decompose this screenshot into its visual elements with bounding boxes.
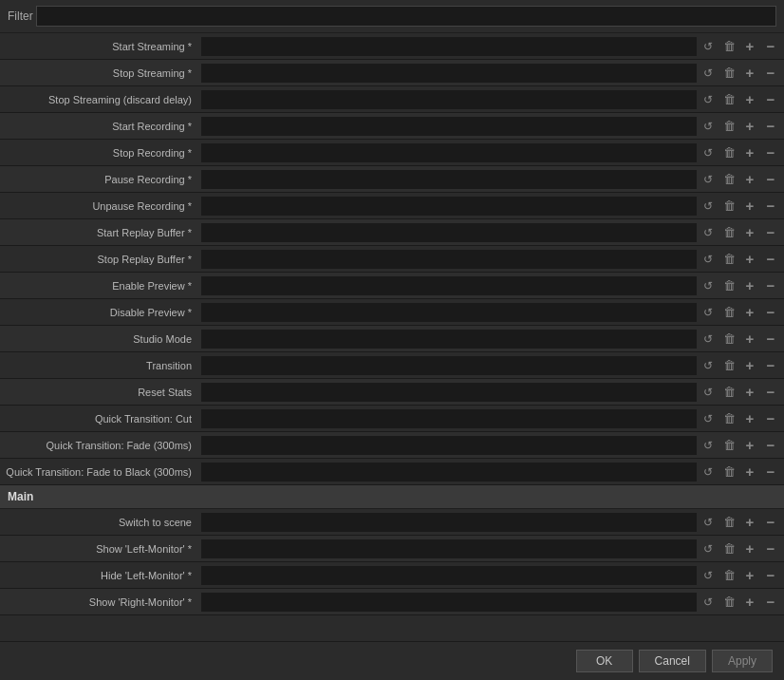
delete-button-disable-preview[interactable]: 🗑	[719, 303, 738, 322]
remove-button-stop-streaming-discard[interactable]: −	[761, 90, 780, 109]
remove-button-show-right-monitor[interactable]: −	[761, 593, 780, 612]
delete-button-unpause-recording[interactable]: 🗑	[719, 197, 738, 216]
remove-button-hide-left-monitor[interactable]: −	[761, 566, 780, 585]
add-button-quick-transition-cut[interactable]: +	[740, 409, 759, 428]
add-button-transition[interactable]: +	[740, 356, 759, 375]
reset-button-studio-mode[interactable]: ↺	[699, 330, 718, 349]
remove-button-switch-to-scene[interactable]: −	[761, 513, 780, 532]
delete-button-quick-transition-cut[interactable]: 🗑	[719, 409, 738, 428]
filter-input[interactable]	[36, 6, 776, 27]
delete-button-stop-recording[interactable]: 🗑	[719, 143, 738, 162]
reset-button-hide-left-monitor[interactable]: ↺	[699, 566, 718, 585]
hotkey-label-start-streaming: Start Streaming *	[0, 41, 199, 52]
remove-button-reset-stats[interactable]: −	[761, 383, 780, 402]
delete-button-stop-streaming-discard[interactable]: 🗑	[719, 90, 738, 109]
add-button-switch-to-scene[interactable]: +	[740, 513, 759, 532]
delete-button-transition[interactable]: 🗑	[719, 356, 738, 375]
delete-button-quick-transition-fade[interactable]: 🗑	[719, 436, 738, 455]
add-button-studio-mode[interactable]: +	[740, 330, 759, 349]
add-button-stop-recording[interactable]: +	[740, 143, 759, 162]
hotkey-label-studio-mode: Studio Mode	[0, 333, 199, 345]
delete-button-studio-mode[interactable]: 🗑	[719, 330, 738, 349]
reset-button-disable-preview[interactable]: ↺	[699, 303, 718, 322]
reset-button-quick-transition-fade-black[interactable]: ↺	[699, 463, 718, 482]
remove-button-start-replay-buffer[interactable]: −	[761, 223, 780, 242]
reset-button-quick-transition-fade[interactable]: ↺	[699, 436, 718, 455]
apply-button[interactable]: Apply	[712, 650, 773, 672]
hotkey-row-show-right-monitor: Show 'Right-Monitor' *↺🗑+−	[0, 589, 784, 615]
remove-button-quick-transition-cut[interactable]: −	[761, 409, 780, 428]
remove-button-quick-transition-fade-black[interactable]: −	[761, 463, 780, 482]
remove-button-transition[interactable]: −	[761, 356, 780, 375]
remove-button-stop-replay-buffer[interactable]: −	[761, 250, 780, 269]
filter-label: Filter	[8, 9, 36, 23]
remove-button-quick-transition-fade[interactable]: −	[761, 436, 780, 455]
hotkey-label-hide-left-monitor: Hide 'Left-Monitor' *	[0, 570, 199, 581]
delete-button-start-replay-buffer[interactable]: 🗑	[719, 223, 738, 242]
remove-button-stop-recording[interactable]: −	[761, 143, 780, 162]
delete-button-pause-recording[interactable]: 🗑	[719, 170, 738, 189]
add-button-quick-transition-fade[interactable]: +	[740, 436, 759, 455]
reset-button-start-replay-buffer[interactable]: ↺	[699, 223, 718, 242]
reset-button-start-recording[interactable]: ↺	[699, 117, 718, 136]
delete-button-start-streaming[interactable]: 🗑	[719, 37, 738, 56]
add-button-show-right-monitor[interactable]: +	[740, 593, 759, 612]
remove-button-stop-streaming[interactable]: −	[761, 64, 780, 83]
hotkey-actions-start-recording: ↺🗑+−	[699, 117, 784, 136]
reset-button-reset-stats[interactable]: ↺	[699, 383, 718, 402]
hotkey-actions-disable-preview: ↺🗑+−	[699, 303, 784, 322]
reset-button-enable-preview[interactable]: ↺	[699, 276, 718, 295]
reset-button-stop-streaming-discard[interactable]: ↺	[699, 90, 718, 109]
remove-button-unpause-recording[interactable]: −	[761, 197, 780, 216]
delete-button-quick-transition-fade-black[interactable]: 🗑	[719, 463, 738, 482]
remove-button-start-streaming[interactable]: −	[761, 37, 780, 56]
delete-button-stop-replay-buffer[interactable]: 🗑	[719, 250, 738, 269]
hotkey-label-start-replay-buffer: Start Replay Buffer *	[0, 227, 199, 238]
reset-button-show-right-monitor[interactable]: ↺	[699, 593, 718, 612]
add-button-stop-streaming[interactable]: +	[740, 64, 759, 83]
remove-button-start-recording[interactable]: −	[761, 117, 780, 136]
add-button-show-left-monitor[interactable]: +	[740, 539, 759, 558]
reset-button-stop-recording[interactable]: ↺	[699, 143, 718, 162]
hotkey-actions-stop-replay-buffer: ↺🗑+−	[699, 250, 784, 269]
delete-button-hide-left-monitor[interactable]: 🗑	[719, 566, 738, 585]
add-button-disable-preview[interactable]: +	[740, 303, 759, 322]
add-button-stop-streaming-discard[interactable]: +	[740, 90, 759, 109]
hotkey-actions-transition: ↺🗑+−	[699, 356, 784, 375]
reset-button-unpause-recording[interactable]: ↺	[699, 197, 718, 216]
add-button-reset-stats[interactable]: +	[740, 383, 759, 402]
add-button-stop-replay-buffer[interactable]: +	[740, 250, 759, 269]
add-button-start-replay-buffer[interactable]: +	[740, 223, 759, 242]
remove-button-show-left-monitor[interactable]: −	[761, 539, 780, 558]
delete-button-stop-streaming[interactable]: 🗑	[719, 64, 738, 83]
remove-button-pause-recording[interactable]: −	[761, 170, 780, 189]
delete-button-enable-preview[interactable]: 🗑	[719, 276, 738, 295]
reset-button-show-left-monitor[interactable]: ↺	[699, 539, 718, 558]
delete-button-show-left-monitor[interactable]: 🗑	[719, 539, 738, 558]
delete-button-start-recording[interactable]: 🗑	[719, 117, 738, 136]
delete-button-switch-to-scene[interactable]: 🗑	[719, 513, 738, 532]
remove-button-enable-preview[interactable]: −	[761, 276, 780, 295]
remove-button-studio-mode[interactable]: −	[761, 330, 780, 349]
reset-button-quick-transition-cut[interactable]: ↺	[699, 409, 718, 428]
reset-button-transition[interactable]: ↺	[699, 356, 718, 375]
hotkey-binding-hide-left-monitor	[201, 566, 697, 585]
delete-button-reset-stats[interactable]: 🗑	[719, 383, 738, 402]
add-button-enable-preview[interactable]: +	[740, 276, 759, 295]
ok-button[interactable]: OK	[576, 650, 633, 672]
add-button-quick-transition-fade-black[interactable]: +	[740, 463, 759, 482]
hotkey-binding-reset-stats	[201, 383, 697, 402]
reset-button-stop-streaming[interactable]: ↺	[699, 64, 718, 83]
add-button-unpause-recording[interactable]: +	[740, 197, 759, 216]
add-button-start-streaming[interactable]: +	[740, 37, 759, 56]
delete-button-show-right-monitor[interactable]: 🗑	[719, 593, 738, 612]
add-button-pause-recording[interactable]: +	[740, 170, 759, 189]
reset-button-start-streaming[interactable]: ↺	[699, 37, 718, 56]
reset-button-pause-recording[interactable]: ↺	[699, 170, 718, 189]
reset-button-switch-to-scene[interactable]: ↺	[699, 513, 718, 532]
reset-button-stop-replay-buffer[interactable]: ↺	[699, 250, 718, 269]
cancel-button[interactable]: Cancel	[639, 650, 706, 672]
add-button-start-recording[interactable]: +	[740, 117, 759, 136]
remove-button-disable-preview[interactable]: −	[761, 303, 780, 322]
add-button-hide-left-monitor[interactable]: +	[740, 566, 759, 585]
